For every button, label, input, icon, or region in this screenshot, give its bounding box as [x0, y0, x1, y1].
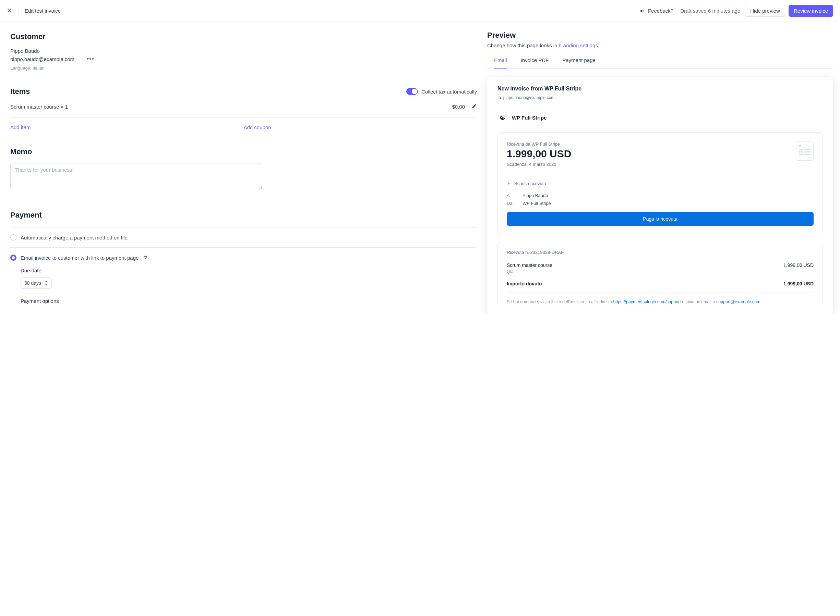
payment-option-email-label: Email invoice to customer with link to p… — [21, 255, 138, 261]
customer-language: Language: Italian — [10, 65, 477, 70]
collect-tax-toggle[interactable] — [406, 88, 418, 95]
total-amount: 1.999,00 USD — [783, 281, 814, 286]
line-item-amount: 1.999,00 USD — [783, 263, 814, 268]
page-title: Edit test invoice — [25, 8, 61, 14]
receipt-da-value: WP Full Stripe — [522, 201, 551, 206]
review-invoice-button[interactable]: Review invoice — [789, 5, 833, 17]
support-text: Se hai domande, visita il sito dell'assi… — [507, 298, 814, 305]
tab-payment-page[interactable]: Payment page — [562, 57, 596, 68]
merchant-logo-icon: ☯ — [497, 112, 508, 123]
document-icon — [796, 141, 814, 161]
add-coupon-link[interactable]: Add coupon — [244, 125, 271, 130]
customer-section: Customer Pippo Baudo pippo.baudo@example… — [10, 32, 477, 70]
due-date-select[interactable]: 30 days — [21, 277, 52, 289]
preview-heading: Preview — [487, 31, 833, 40]
receipt-summary-card: Ricevuta da WP Full Stripe 1.999,00 USD … — [497, 132, 823, 235]
due-date-label: Due date — [21, 268, 477, 273]
download-icon — [507, 182, 511, 186]
branding-settings-link[interactable]: branding settings — [559, 43, 597, 48]
download-receipt-link[interactable]: Scarica ricevuta — [507, 181, 814, 186]
total-label: Importo dovuto — [507, 281, 542, 286]
payment-option-email[interactable]: Email invoice to customer with link to p… — [10, 248, 477, 268]
draft-saved-status: Draft saved 6 minutes ago — [680, 8, 740, 14]
memo-heading: Memo — [10, 147, 477, 156]
megaphone-icon — [640, 8, 645, 14]
pay-receipt-button[interactable]: Paga la ricevuta — [507, 212, 814, 226]
receipt-da-label: Da — [507, 201, 514, 206]
payment-options-label: Payment options — [10, 298, 477, 304]
payment-heading: Payment — [10, 211, 477, 220]
topbar: ✕ Edit test invoice Feedback? Draft save… — [0, 0, 840, 22]
edit-item-icon[interactable] — [472, 103, 477, 110]
chevron-updown-icon — [44, 280, 48, 285]
hide-preview-button[interactable]: Hide preview — [745, 5, 785, 17]
receipt-a-label: A — [507, 193, 514, 198]
tab-email[interactable]: Email — [494, 57, 507, 69]
gear-icon[interactable] — [143, 255, 147, 261]
line-item-qty: Qtà: 1 — [507, 269, 814, 274]
support-email-link[interactable]: support@example.com — [716, 299, 761, 304]
line-item-row: Scrum master course 1.999,00 USD — [507, 263, 814, 268]
preview-tabs: Email Invoice PDF Payment page — [487, 57, 833, 69]
receipt-due-date: Scadenza: 4 marzo 2022 — [507, 162, 571, 167]
memo-section: Memo — [10, 147, 477, 190]
item-price: $0.00 — [452, 104, 465, 110]
receipt-lines-card: Ricevuta n. 23319329-DRAFT Scrum master … — [497, 242, 823, 305]
tab-invoice-pdf[interactable]: Invoice PDF — [521, 57, 549, 68]
due-date-value: 30 days — [24, 280, 41, 286]
collect-tax-label: Collect tax automatically — [421, 89, 477, 95]
receipt-number: Ricevuta n. 23319329-DRAFT — [507, 250, 814, 255]
customer-name: Pippo Baudo — [10, 48, 477, 54]
more-icon[interactable]: ••• — [87, 56, 94, 62]
memo-input[interactable] — [10, 163, 262, 189]
radio-selected-icon[interactable] — [10, 255, 16, 261]
customer-email: pippo.baudo@example.com — [10, 56, 74, 62]
feedback-label: Feedback? — [648, 8, 673, 14]
email-subject: New invoice from WP Full Stripe — [497, 86, 823, 92]
customer-heading: Customer — [10, 32, 477, 41]
merchant-name: WP Full Stripe — [512, 115, 547, 120]
receipt-from: Ricevuta da WP Full Stripe — [507, 141, 571, 147]
payment-option-auto[interactable]: Automatically charge a payment method on… — [10, 227, 477, 247]
receipt-amount: 1.999,00 USD — [507, 148, 571, 160]
items-section: Items Collect tax automatically Scrum ma… — [10, 87, 477, 130]
item-name: Scrum master course × 1 — [10, 104, 68, 110]
receipt-a-value: Pippo Baudo — [522, 193, 548, 198]
close-icon[interactable]: ✕ — [7, 7, 19, 15]
line-item-name: Scrum master course — [507, 263, 552, 268]
email-preview-card: New invoice from WP Full Stripe to: pipp… — [487, 77, 833, 314]
radio-unselected-icon[interactable] — [10, 234, 16, 241]
add-item-link[interactable]: Add item — [10, 125, 31, 130]
support-link[interactable]: https://paymentsplugin.com/support — [613, 299, 681, 304]
editor-panel: Customer Pippo Baudo pippo.baudo@example… — [0, 22, 487, 314]
email-to: to: pippo.baudo@example.com — [497, 95, 823, 100]
preview-panel: Preview Change how this page looks in br… — [487, 22, 840, 314]
payment-option-auto-label: Automatically charge a payment method on… — [21, 235, 128, 241]
item-row: Scrum master course × 1 $0.00 — [10, 103, 477, 117]
preview-subtext: Change how this page looks in branding s… — [487, 43, 833, 48]
items-heading: Items — [10, 87, 30, 96]
feedback-link[interactable]: Feedback? — [640, 8, 673, 14]
payment-section: Payment Automatically charge a payment m… — [10, 211, 477, 304]
total-row: Importo dovuto 1.999,00 USD — [507, 281, 814, 286]
